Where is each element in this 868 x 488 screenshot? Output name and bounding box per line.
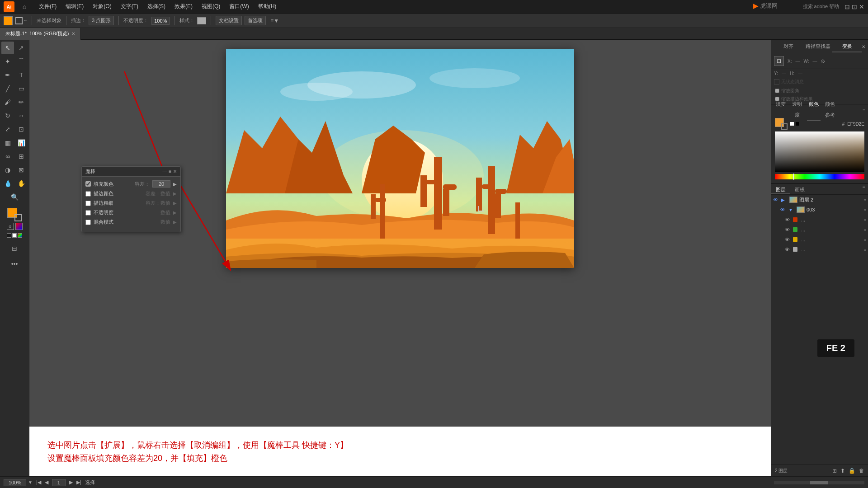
layers-options[interactable]: ≡ [860,184,868,194]
zoom-dropdown[interactable]: ▼ [28,480,33,485]
tab-pathfinder[interactable]: 路径查找器 [803,41,833,52]
zoom-input[interactable] [4,479,26,486]
mesh-tool[interactable]: ⊠ [15,164,28,176]
color-panel-options[interactable]: ≡ [863,108,865,113]
layer-2-eye-icon[interactable]: 👁 [773,197,779,202]
stroke-swatch[interactable] [15,17,23,24]
eyedropper-tool[interactable]: 💧 [1,177,14,190]
opacity-value[interactable]: 100% [151,17,170,25]
menu-help[interactable]: 帮助(H) [255,3,280,10]
graph-tool[interactable]: ▦ [1,136,14,149]
layer-003-target[interactable]: ○ [863,207,866,212]
direct-selection-tool[interactable]: ↗ [15,42,28,54]
layer-yellow-eye[interactable]: 👁 [785,237,791,242]
layer-row-green[interactable]: 👁 ... ○ [771,225,868,235]
layer-red-target[interactable]: ○ [863,217,866,222]
panel-close-btn[interactable]: ✕ [862,44,865,49]
panel-close[interactable]: ✕ [173,169,177,174]
menu-window[interactable]: 窗口(W) [226,3,252,10]
nav-first[interactable]: |◀ [36,479,41,485]
style-swatch[interactable] [197,17,206,24]
nav-prev[interactable]: ◀ [45,479,48,485]
tab-artboard[interactable]: 画板 [790,184,809,194]
fill-tolerance-arrow[interactable]: ▶ [173,182,177,187]
menu-text[interactable]: 文字(T) [117,3,142,10]
lasso-tool[interactable]: ⌒ [15,55,28,68]
transform-options[interactable]: ⛒ [821,59,826,64]
menu-effect[interactable]: 效果(E) [171,3,196,10]
brush-options-btn[interactable]: ≡▼ [270,18,279,24]
preferences-btn[interactable]: 首选项 [245,16,266,25]
horizontal-scrollbar[interactable] [774,481,864,484]
layer-row-red[interactable]: 👁 ... ○ [771,215,868,225]
transform-tool[interactable]: ⊡ [15,123,28,136]
menu-view[interactable]: 视图(Q) [198,3,224,10]
type-tool[interactable]: T [15,69,28,81]
stroke-color-checkbox[interactable] [85,191,91,197]
none-btn[interactable]: ⊘ [7,223,14,230]
layer-red-eye[interactable]: 👁 [785,217,791,222]
scale-tool[interactable]: ⤢ [1,123,14,136]
panel-minimize[interactable]: — [162,169,167,174]
layer-2-target[interactable]: ○ [863,197,866,202]
blend-mode-checkbox[interactable] [85,220,91,225]
transform-icon1[interactable]: ⊡ [774,56,784,66]
magic-wand-tool[interactable]: ✦ [1,55,14,68]
tab-transform[interactable]: 变换 [832,41,862,52]
menu-select[interactable]: 选择(S) [144,3,169,10]
nav-last[interactable]: ▶| [76,479,81,485]
layer-green-eye[interactable]: 👁 [785,227,791,232]
zoom-tool[interactable]: 🔍 [8,191,21,203]
move-to-new-btn[interactable]: ⬆ [840,468,845,474]
color-saturation-picker[interactable] [775,131,864,172]
brush-dropdown[interactable]: 3 点圆形 [89,16,114,25]
tab-align[interactable]: 对齐 [774,41,803,52]
layer-green-target[interactable]: ○ [863,227,866,232]
hand-tool[interactable]: ✋ [15,177,28,190]
rotate-tool[interactable]: ↻ [1,109,14,122]
color-stroke-swatch[interactable] [781,123,788,130]
scale-corners-checkbox[interactable] [775,89,779,93]
more-tools[interactable]: ••• [7,258,22,270]
doc-tab-main[interactable]: 未标题-1* 100% (RGB/预览) ✕ [0,28,81,40]
stroke-color-btn[interactable] [14,214,22,221]
fill-color-swatch[interactable] [4,16,13,25]
image-trace-tool[interactable]: ⊞ [15,150,28,163]
page-input[interactable] [52,479,66,486]
gradient-tool[interactable]: ◑ [1,164,14,176]
doc-settings-btn[interactable]: 文档设置 [216,16,242,25]
layer-003-eye-icon[interactable]: 👁 [780,207,787,212]
layer-row-003[interactable]: 👁 ▼ 003 ○ [778,205,868,215]
pen-tool[interactable]: ✒ [1,69,14,81]
color-small-white[interactable] [12,233,17,238]
pencil-tool[interactable]: ✏ [15,96,28,108]
doc-tab-close[interactable]: ✕ [71,31,75,36]
rect-tool[interactable]: ▭ [15,82,28,95]
layer-yellow-target[interactable]: ○ [863,237,866,242]
artboard-tool[interactable]: ⊟ [7,242,22,255]
opacity-checkbox[interactable] [85,210,91,216]
panel-settings[interactable]: ≡ [169,169,171,174]
tab-layers[interactable]: 图层 [771,184,790,194]
delete-layer-btn[interactable]: 🗑 [859,468,864,474]
layer-row-2[interactable]: 👁 ▶ 图层 2 ○ [771,195,868,205]
lock-layer-btn[interactable]: 🔒 [849,468,855,474]
layer-2-expand-icon[interactable]: ▶ [781,197,788,202]
layer-gray-target[interactable]: ○ [863,247,866,252]
chart-tool[interactable]: 📊 [15,136,28,149]
layer-row-yellow[interactable]: 👁 ... ○ [771,235,868,244]
menu-object[interactable]: 对象(O) [89,3,115,10]
paint-brush-tool[interactable]: 🖌 [1,96,14,108]
black-swatch-small[interactable] [796,122,799,126]
layer-003-expand-icon[interactable]: ▼ [788,207,795,212]
gradient-btn[interactable] [15,223,23,230]
color-small-gradient[interactable] [18,233,22,238]
scale-stroke-checkbox[interactable] [775,97,779,101]
menu-file[interactable]: 文件(F) [35,3,60,10]
add-layer-btn[interactable]: ⊞ [832,468,837,474]
fill-color-checkbox[interactable] [85,181,91,187]
color-small-black[interactable] [7,233,11,238]
canvas-wrapper[interactable]: 魔棒 — ≡ ✕ 填充颜色 容差： ▶ [29,40,771,427]
blend-tool[interactable]: ∞ [1,150,14,163]
hue-slider[interactable] [775,174,864,179]
